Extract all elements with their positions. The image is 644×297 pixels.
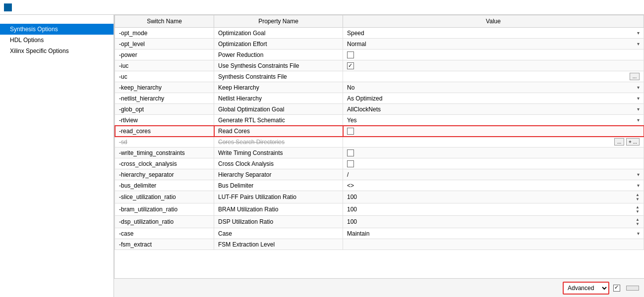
- spin-arrows[interactable]: ▲▼: [636, 193, 640, 201]
- cell-property: Optimization Goal: [214, 28, 343, 39]
- dropdown-arrow-icon: ▾: [637, 183, 640, 188]
- cell-value[interactable]: <>▾: [343, 180, 644, 191]
- cell-property: Cores Search Directories: [214, 137, 343, 148]
- cell-property: Synthesis Constraints File: [214, 71, 343, 82]
- spin-up-icon[interactable]: ▲: [636, 205, 640, 209]
- cell-value[interactable]: Speed▾: [343, 28, 644, 39]
- cell-switch: -rtlview: [115, 115, 214, 126]
- cell-value[interactable]: AllClockNets▾: [343, 104, 644, 115]
- cell-value[interactable]: Maintain▾: [343, 228, 644, 239]
- value-checkbox[interactable]: [347, 128, 354, 135]
- cell-switch: -hierarchy_separator: [115, 169, 214, 180]
- col-switch: Switch Name: [115, 15, 214, 28]
- cell-value[interactable]: No▾: [343, 82, 644, 93]
- display-level-select-wrap: Basic Advanced Expert: [563, 282, 609, 295]
- cell-property: Optimization Effort: [214, 39, 343, 50]
- table-row: -bus_delimiterBus Delimiter<>▾: [115, 180, 644, 191]
- cell-value[interactable]: /▾: [343, 169, 644, 180]
- cell-value[interactable]: 100▲▼: [343, 191, 644, 203]
- cell-switch: -case: [115, 228, 214, 239]
- sidebar-items: Synthesis OptionsHDL OptionsXilinx Speci…: [0, 24, 114, 56]
- cell-property: Netlist Hierarchy: [214, 93, 343, 104]
- dropdown-arrow-icon: ▾: [637, 172, 640, 177]
- cell-property: Power Reduction: [214, 50, 343, 60]
- cell-switch: -sd: [115, 137, 214, 148]
- cell-switch: -uc: [115, 71, 214, 82]
- sidebar-item-xilinx-specific[interactable]: Xilinx Specific Options: [0, 46, 114, 56]
- cell-switch: -fsm_extract: [115, 239, 214, 250]
- cell-value[interactable]: [343, 126, 644, 137]
- ellipsis-button[interactable]: ...: [630, 73, 640, 80]
- table-container[interactable]: Switch Name Property Name Value -opt_mod…: [114, 15, 644, 278]
- cell-property: FSM Extraction Level: [214, 239, 343, 250]
- cell-value[interactable]: 100▲▼: [343, 216, 644, 228]
- value-checkbox[interactable]: [347, 160, 354, 167]
- cell-value[interactable]: [343, 60, 644, 71]
- cell-value[interactable]: ...: [343, 71, 644, 82]
- dropdown-arrow-icon: ▾: [637, 231, 640, 236]
- spin-arrows[interactable]: ▲▼: [636, 205, 640, 214]
- display-level-select[interactable]: Basic Advanced Expert: [564, 283, 608, 294]
- value-checkbox[interactable]: [347, 62, 354, 69]
- cell-value[interactable]: [343, 50, 644, 60]
- cell-switch: -write_timing_constraints: [115, 148, 214, 158]
- dropdown-value: Yes: [347, 117, 357, 124]
- display-switch-names-wrap: [613, 285, 622, 292]
- cell-switch: -opt_level: [115, 39, 214, 50]
- spin-up-icon[interactable]: ▲: [636, 217, 640, 222]
- ellipsis-button[interactable]: ...: [614, 138, 624, 146]
- table-row: -netlist_hierarchyNetlist HierarchyAs Op…: [115, 93, 644, 104]
- default-button[interactable]: [626, 286, 639, 291]
- cell-switch: -keep_hierarchy: [115, 82, 214, 93]
- cell-property: Use Synthesis Constraints File: [214, 60, 343, 71]
- table-row: -slice_utilization_ratioLUT-FF Pairs Uti…: [115, 191, 644, 203]
- cell-property: LUT-FF Pairs Utilization Ratio: [214, 191, 343, 203]
- cell-value[interactable]: As Optimized▾: [343, 93, 644, 104]
- cell-switch: -bus_delimiter: [115, 180, 214, 191]
- col-property: Property Name: [214, 15, 343, 28]
- display-switch-names-checkbox[interactable]: [613, 285, 620, 292]
- spin-up-icon[interactable]: ▲: [636, 193, 640, 197]
- cell-property: Global Optimization Goal: [214, 104, 343, 115]
- table-header-row: Switch Name Property Name Value: [115, 15, 644, 28]
- spin-value: 100: [347, 206, 357, 213]
- cell-value[interactable]: Yes▾: [343, 115, 644, 126]
- cell-value[interactable]: ...+ ...: [343, 137, 644, 148]
- table-row: -keep_hierarchyKeep HierarchyNo▾: [115, 82, 644, 93]
- cell-value[interactable]: [343, 148, 644, 158]
- spin-down-icon[interactable]: ▼: [636, 197, 640, 201]
- dropdown-arrow-icon: ▾: [637, 106, 640, 112]
- cell-property: BRAM Utilization Ratio: [214, 203, 343, 216]
- cell-switch: -slice_utilization_ratio: [115, 191, 214, 203]
- dropdown-value: /: [347, 171, 349, 178]
- table-row: -bram_utilization_ratioBRAM Utilization …: [115, 203, 644, 216]
- spin-down-icon[interactable]: ▼: [636, 222, 640, 226]
- cell-switch: -netlist_hierarchy: [115, 93, 214, 104]
- cell-property: DSP Utilization Ratio: [214, 216, 343, 228]
- dropdown-value: AllClockNets: [347, 106, 381, 113]
- table-row: -cross_clock_analysisCross Clock Analysi…: [115, 158, 644, 169]
- value-checkbox[interactable]: [347, 149, 354, 156]
- bottom-bar: Basic Advanced Expert: [114, 278, 644, 297]
- properties-table: Switch Name Property Name Value -opt_mod…: [115, 15, 644, 250]
- cell-value[interactable]: [343, 239, 644, 250]
- titlebar-left: [4, 3, 15, 11]
- dropdown-value: Speed: [347, 30, 364, 37]
- cell-value[interactable]: [343, 158, 644, 169]
- cell-switch: -opt_mode: [115, 28, 214, 39]
- value-checkbox[interactable]: [347, 51, 354, 58]
- sidebar-item-synthesis-options[interactable]: Synthesis Options: [0, 24, 114, 35]
- dropdown-arrow-icon: ▾: [637, 41, 640, 47]
- cell-value[interactable]: 100▲▼: [343, 203, 644, 216]
- cell-value[interactable]: Normal▾: [343, 39, 644, 50]
- plus-button[interactable]: + ...: [626, 138, 640, 146]
- cell-property: Generate RTL Schematic: [214, 115, 343, 126]
- sidebar-item-hdl-options[interactable]: HDL Options: [0, 35, 114, 46]
- spin-down-icon[interactable]: ▼: [636, 209, 640, 214]
- close-button[interactable]: [634, 6, 640, 8]
- dropdown-value: As Optimized: [347, 95, 382, 102]
- cell-property: Read Cores: [214, 126, 343, 137]
- spin-arrows[interactable]: ▲▼: [636, 217, 640, 226]
- dropdown-value: <>: [347, 182, 354, 189]
- cell-switch: -bram_utilization_ratio: [115, 203, 214, 216]
